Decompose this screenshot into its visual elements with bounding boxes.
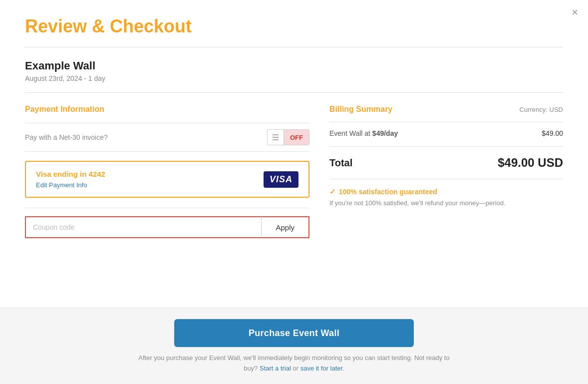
modal-container: × Review & Checkout Example Wall August … [0, 0, 588, 384]
footer-note-end: . [342, 365, 344, 372]
total-value: $49.00 USD [498, 156, 563, 170]
billing-header: Billing Summary Currency: USD [329, 105, 563, 114]
net30-toggle[interactable]: OFF [267, 129, 309, 145]
coupon-input[interactable] [25, 216, 261, 238]
footer-note: After you purchase your Event Wall, we'l… [134, 353, 454, 374]
page-title: Review & Checkout [25, 16, 563, 37]
event-info-section: Example Wall August 23rd, 2024 - 1 day [0, 47, 588, 92]
apply-button[interactable]: Apply [261, 216, 309, 238]
net30-label: Pay with a Net-30 invoice? [25, 133, 108, 141]
visa-ending-label: Visa ending in 4242 [36, 170, 105, 178]
modal-footer: Purchase Event Wall After you purchase y… [0, 308, 588, 384]
coupon-row: Apply [25, 216, 309, 238]
modal-header: Review & Checkout [0, 0, 588, 47]
purchase-button[interactable]: Purchase Event Wall [174, 319, 414, 347]
edit-payment-link[interactable]: Edit Payment Info [36, 181, 105, 189]
currency-label: Currency: USD [520, 106, 563, 113]
visa-card-box: Visa ending in 4242 Edit Payment Info VI… [25, 161, 309, 198]
billing-item-label: Event Wall at $49/day [329, 129, 398, 137]
close-button[interactable]: × [572, 7, 578, 18]
event-name: Example Wall [25, 59, 563, 72]
billing-item-value: $49.00 [542, 129, 563, 137]
trial-link[interactable]: Start a trial [260, 365, 291, 372]
billing-line-item-0: Event Wall at $49/day $49.00 [329, 122, 563, 144]
main-content: Payment Information Pay with a Net-30 in… [0, 93, 588, 308]
total-label: Total [329, 157, 352, 169]
visa-info: Visa ending in 4242 Edit Payment Info [36, 170, 105, 189]
checkmark-icon: ✓ [329, 187, 336, 196]
toggle-lines-icon [268, 130, 284, 145]
satisfaction-desc: If you're not 100% satisfied, we'll refu… [329, 199, 563, 207]
coupon-divider [25, 208, 309, 208]
payment-section-title: Payment Information [25, 105, 309, 114]
toggle-off-label: OFF [284, 130, 309, 145]
event-date: August 23rd, 2024 - 1 day [25, 74, 563, 82]
visa-logo: VISA [264, 171, 298, 188]
satisfaction-title-text: 100% satisfaction guaranteed [339, 188, 437, 196]
payment-panel: Payment Information Pay with a Net-30 in… [25, 105, 309, 298]
save-later-link[interactable]: save it for later [300, 365, 343, 372]
satisfaction-row: ✓ 100% satisfaction guaranteed If you're… [329, 179, 563, 215]
satisfaction-title: ✓ 100% satisfaction guaranteed [329, 187, 563, 196]
billing-panel: Billing Summary Currency: USD Event Wall… [329, 105, 563, 298]
net30-row: Pay with a Net-30 invoice? OFF [25, 123, 309, 152]
visa-logo-text: VISA [270, 174, 293, 185]
total-row: Total $49.00 USD [329, 146, 563, 179]
footer-or-text: or [293, 365, 298, 372]
billing-section-title: Billing Summary [329, 105, 392, 114]
